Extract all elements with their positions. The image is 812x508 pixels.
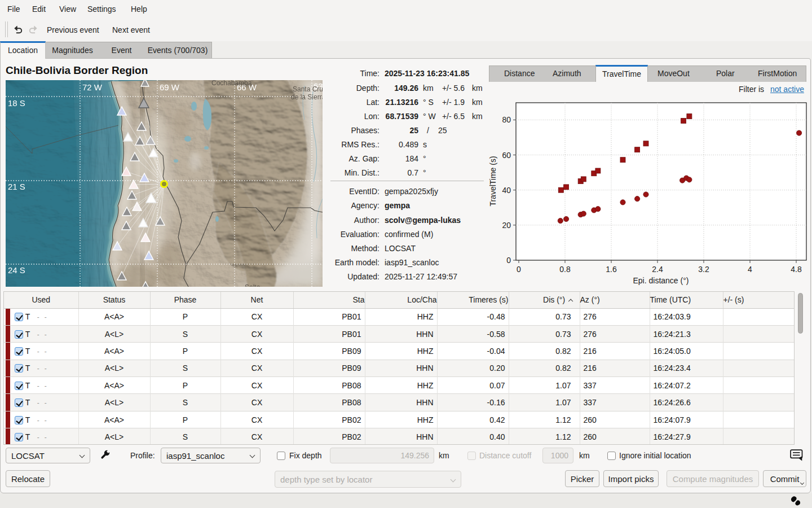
svg-text:40: 40 [502, 186, 511, 195]
svg-text:1.6: 1.6 [606, 265, 617, 274]
svg-text:0.8: 0.8 [559, 265, 571, 274]
svg-text:4.8: 4.8 [791, 265, 802, 274]
svg-text:Epi. distance (°): Epi. distance (°) [633, 276, 689, 285]
svg-text:24 S: 24 S [8, 265, 25, 275]
svg-text:80: 80 [502, 115, 511, 124]
svg-text:3.2: 3.2 [698, 265, 709, 274]
svg-text:Salta: Salta [245, 283, 261, 287]
svg-text:18 S: 18 S [8, 98, 25, 108]
svg-text:20: 20 [502, 221, 511, 230]
svg-text:21 S: 21 S [8, 182, 25, 191]
svg-text:69 W: 69 W [160, 82, 180, 92]
svg-text:TravelTime (s): TravelTime (s) [488, 156, 497, 206]
svg-text:72 W: 72 W [82, 82, 103, 92]
svg-text:2.4: 2.4 [652, 265, 663, 274]
svg-text:60: 60 [502, 151, 511, 160]
svg-text:Santa Cruz: Santa Cruz [293, 85, 323, 93]
svg-text:0: 0 [506, 256, 511, 265]
svg-text:0: 0 [517, 265, 521, 274]
svg-text:Cochabamba: Cochabamba [211, 80, 252, 87]
svg-text:4: 4 [748, 265, 752, 274]
svg-text:de la Sierra: de la Sierra [291, 93, 323, 101]
